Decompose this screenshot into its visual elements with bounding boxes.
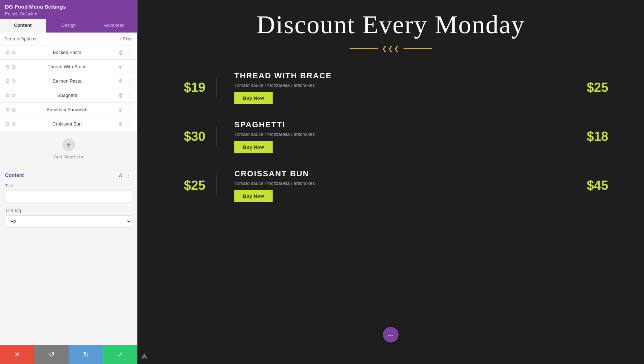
tab-bar: Content Design Advanced — [0, 19, 137, 33]
item-right-icons: 🗑 ⋮ — [118, 78, 132, 84]
item-name: Croissant Bun — [19, 121, 116, 127]
item-right-icons: 🗑 ⋮ — [118, 50, 132, 55]
save-button[interactable]: ✓ — [103, 345, 137, 364]
list-item: ⚙ ⧉ Croissant Bun 🗑 ⋮ — [0, 117, 137, 131]
panel-title: DG Food Menu Settings — [5, 4, 132, 10]
item-left-icons: ⚙ ⧉ — [5, 78, 16, 84]
more-icon[interactable]: ⋮ — [127, 64, 132, 69]
vertical-divider — [216, 175, 216, 196]
buy-now-button[interactable]: Buy Now — [234, 141, 273, 153]
title-tag-select[interactable]: H1 H2 H3 H4 H5 H6 — [5, 215, 132, 228]
title-field-group: Title — [0, 182, 137, 207]
settings-panel: DG Food Menu Settings Preset: Default ▾ … — [0, 0, 137, 364]
settings-icon[interactable]: ⚙ — [5, 64, 10, 69]
item-right-icons: 🗑 ⋮ — [118, 107, 132, 112]
item-name: Backed Pasta — [19, 50, 116, 55]
collapse-icon[interactable]: ∧ — [118, 172, 123, 178]
filter-button[interactable]: + Filter — [119, 36, 133, 41]
item-name: Thread With Brace — [19, 64, 116, 69]
item-name: Breakfast Sandwich — [19, 107, 116, 112]
add-new-label: Add New Item — [54, 154, 83, 159]
undo-button[interactable]: ↺ — [34, 345, 69, 364]
tab-content[interactable]: Content — [0, 19, 46, 33]
buy-now-button[interactable]: Buy Now — [234, 190, 273, 202]
price-left-area: $19 — [166, 80, 205, 95]
settings-icon[interactable]: ⚙ — [5, 107, 10, 112]
scroll-arrow-icon[interactable]: ⮝ — [141, 352, 148, 360]
copy-icon[interactable]: ⧉ — [12, 107, 16, 112]
copy-icon[interactable]: ⧉ — [12, 78, 16, 84]
item-details: SPAGHETTI Tomato sauce / mozzarella / ar… — [227, 120, 580, 153]
redo-button[interactable]: ↻ — [69, 345, 103, 364]
menu-item-row: $25 CROISSANT BUN Tomato sauce / mozzare… — [166, 161, 615, 210]
add-icon: + — [62, 138, 75, 151]
panel-header: DG Food Menu Settings Preset: Default ▾ — [0, 0, 137, 19]
item-desc-preview: Tomato sauce / mozzarella / artichokes — [234, 181, 580, 186]
item-right-icons: 🗑 ⋮ — [118, 121, 132, 127]
title-input[interactable] — [5, 191, 132, 202]
copy-icon[interactable]: ⧉ — [12, 64, 16, 69]
more-icon[interactable]: ⋮ — [127, 78, 132, 84]
divider-line-right — [404, 48, 432, 49]
add-new-item-button[interactable]: + Add New Item — [0, 131, 137, 167]
settings-icon[interactable]: ⚙ — [5, 50, 10, 55]
monday-heading: Discount Every Monday — [166, 11, 615, 39]
section-more-icon[interactable]: ⋮ — [126, 172, 132, 178]
list-item: ⚙ ⧉ Breakfast Sandwich 🗑 ⋮ — [0, 103, 137, 117]
item-title-preview: SPAGHETTI — [234, 120, 580, 129]
copy-icon[interactable]: ⧉ — [12, 50, 16, 55]
list-item: ⚙ ⧉ Spaghetti 🗑 ⋮ — [0, 88, 137, 103]
item-right-icons: 🗑 ⋮ — [118, 93, 132, 98]
buy-now-button[interactable]: Buy Now — [234, 92, 273, 104]
content-section-header: Content ∧ ⋮ — [0, 167, 137, 182]
more-icon[interactable]: ⋮ — [127, 107, 132, 112]
preview-background: Discount Every Monday ❮❮❮ $19 THREAD WIT… — [137, 0, 644, 364]
more-icon[interactable]: ⋮ — [127, 50, 132, 55]
price-right: $25 — [587, 80, 615, 95]
content-section: Content ∧ ⋮ Title Title Tag H1 H2 H3 H4 … — [0, 167, 137, 232]
tab-advanced[interactable]: Advanced — [91, 19, 137, 33]
vertical-divider — [216, 77, 216, 98]
item-left-icons: ⚙ ⧉ — [5, 121, 16, 127]
item-name: Spaghetti — [19, 93, 116, 98]
preview-content: Discount Every Monday ❮❮❮ $19 THREAD WIT… — [137, 0, 644, 364]
price-right: $18 — [587, 129, 615, 144]
delete-icon[interactable]: 🗑 — [118, 78, 124, 84]
cancel-button[interactable]: ✕ — [0, 345, 34, 364]
menu-item-row: $30 SPAGHETTI Tomato sauce / mozzarella … — [166, 112, 615, 161]
settings-icon[interactable]: ⚙ — [5, 93, 10, 98]
price-left: $19 — [170, 80, 205, 95]
list-item: ⚙ ⧉ Backed Pasta 🗑 ⋮ — [0, 45, 137, 60]
list-item: ⚙ ⧉ Salmon Pasta 🗑 ⋮ — [0, 74, 137, 88]
section-header-actions: ∧ ⋮ — [118, 172, 132, 178]
delete-icon[interactable]: 🗑 — [118, 93, 124, 98]
delete-icon[interactable]: 🗑 — [118, 121, 124, 127]
floating-dots-button[interactable]: ··· — [383, 327, 399, 343]
menu-item-row: $19 THREAD WITH BRACE Tomato sauce / moz… — [166, 63, 615, 112]
settings-icon[interactable]: ⚙ — [5, 78, 10, 84]
items-list: ⚙ ⧉ Backed Pasta 🗑 ⋮ ⚙ ⧉ Thread With Bra… — [0, 45, 137, 131]
copy-icon[interactable]: ⧉ — [12, 93, 16, 98]
item-details: CROISSANT BUN Tomato sauce / mozzarella … — [227, 169, 580, 202]
item-right-icons: 🗑 ⋮ — [118, 64, 132, 69]
delete-icon[interactable]: 🗑 — [118, 64, 124, 69]
delete-icon[interactable]: 🗑 — [118, 50, 124, 55]
tab-design[interactable]: Design — [46, 19, 92, 33]
bottom-toolbar: ✕ ↺ ↻ ✓ — [0, 345, 137, 364]
decorative-divider: ❮❮❮ — [350, 45, 432, 53]
item-left-icons: ⚙ ⧉ — [5, 107, 16, 112]
item-left-icons: ⚙ ⧉ — [5, 50, 16, 55]
menu-items-preview: $19 THREAD WITH BRACE Tomato sauce / moz… — [166, 63, 615, 210]
dots-icon: ··· — [387, 331, 394, 339]
title-label: Title — [5, 183, 132, 188]
search-input[interactable] — [4, 36, 117, 41]
preset-label[interactable]: Preset: Default ▾ — [5, 11, 37, 16]
item-details: THREAD WITH BRACE Tomato sauce / mozzare… — [227, 71, 580, 104]
more-icon[interactable]: ⋮ — [127, 121, 132, 127]
delete-icon[interactable]: 🗑 — [118, 107, 124, 112]
price-left-area: $30 — [166, 129, 205, 144]
copy-icon[interactable]: ⧉ — [12, 121, 16, 127]
ornament: ❮❮❮ — [382, 45, 400, 53]
more-icon[interactable]: ⋮ — [127, 93, 132, 98]
settings-icon[interactable]: ⚙ — [5, 121, 10, 127]
